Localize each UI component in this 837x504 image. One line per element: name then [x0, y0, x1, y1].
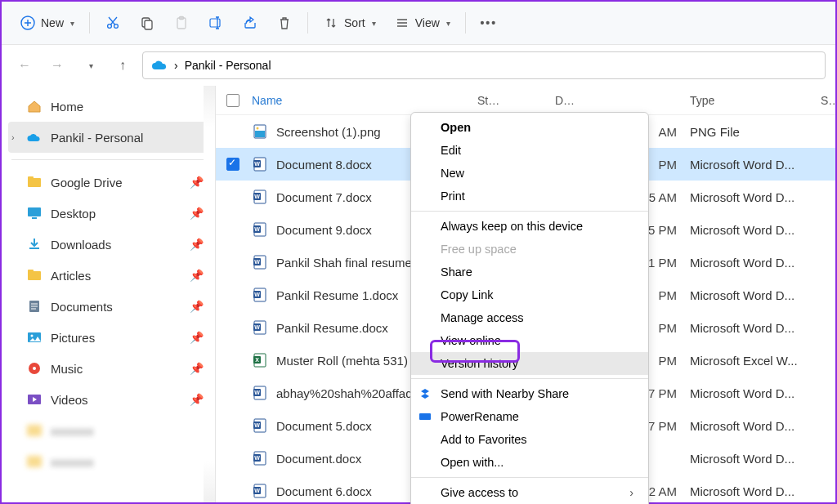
- word-file-icon: W: [252, 385, 268, 401]
- ctx-manage-access[interactable]: Manage access: [411, 306, 648, 329]
- sidebar-item-label: Articles: [51, 269, 91, 283]
- ctx-view-online[interactable]: View online: [411, 329, 648, 352]
- ctx-copy-link[interactable]: Copy Link: [411, 283, 648, 306]
- type-cell: Microsoft Excel W...: [690, 354, 821, 368]
- chevron-down-icon: ▾: [89, 61, 93, 70]
- svg-point-1: [108, 25, 112, 29]
- forward-button[interactable]: →: [44, 52, 70, 78]
- context-menu: Open Edit New Print Always keep on this …: [410, 112, 649, 504]
- chevron-down-icon: ▾: [372, 19, 376, 28]
- col-name[interactable]: Name: [250, 94, 477, 107]
- svg-text:W: W: [254, 455, 260, 461]
- view-label: View: [415, 16, 440, 29]
- divider: [11, 159, 205, 160]
- ctx-always-keep[interactable]: Always keep on this device: [411, 215, 648, 238]
- folder-icon: [26, 174, 43, 190]
- rename-icon: [208, 15, 224, 31]
- file-name: Pankil Resume.docx: [276, 321, 388, 335]
- col-type[interactable]: Type: [690, 94, 821, 107]
- address-bar[interactable]: › Pankil - Personal: [142, 51, 826, 79]
- cut-button[interactable]: [96, 10, 129, 36]
- file-name: Muster Roll (mehta 531) .: [276, 354, 414, 368]
- col-status[interactable]: St…: [477, 94, 555, 107]
- scrollbar[interactable]: [204, 86, 215, 502]
- new-button[interactable]: New ▾: [11, 10, 83, 36]
- copy-button[interactable]: [131, 10, 163, 36]
- sort-label: Sort: [344, 16, 365, 29]
- col-size[interactable]: S…: [821, 94, 835, 107]
- ctx-share[interactable]: Share: [411, 261, 648, 283]
- more-button[interactable]: •••: [472, 10, 505, 36]
- sort-button[interactable]: Sort ▾: [315, 10, 384, 36]
- back-button[interactable]: ←: [11, 52, 38, 78]
- sidebar-item-desktop[interactable]: Desktop📌: [8, 198, 208, 229]
- chevron-right-icon[interactable]: ›: [11, 132, 15, 142]
- svg-rect-58: [419, 413, 431, 420]
- new-label: New: [41, 16, 64, 29]
- view-button[interactable]: View ▾: [386, 10, 459, 36]
- png-file-icon: [252, 123, 268, 140]
- ctx-new[interactable]: New: [411, 162, 648, 185]
- separator: [465, 12, 466, 33]
- svg-point-16: [31, 335, 34, 337]
- sidebar-item-google-drive[interactable]: Google Drive📌: [8, 167, 208, 198]
- pin-icon: 📌: [190, 300, 204, 313]
- sort-icon: [323, 15, 339, 31]
- type-cell: Microsoft Word D...: [690, 256, 821, 270]
- paste-button[interactable]: [165, 10, 198, 36]
- type-cell: Microsoft Word D...: [690, 386, 821, 400]
- sidebar-item-pictures[interactable]: Pictures📌: [8, 322, 208, 353]
- share-button[interactable]: [234, 10, 266, 36]
- ctx-print[interactable]: Print: [411, 185, 648, 207]
- delete-button[interactable]: [268, 10, 301, 36]
- sidebar-personal[interactable]: › Pankil - Personal: [8, 122, 208, 153]
- sidebar-item-label: Google Drive: [51, 176, 123, 190]
- type-cell: Microsoft Word D...: [690, 452, 821, 466]
- file-name: Document.docx: [276, 452, 361, 466]
- ctx-open-with[interactable]: Open with...: [411, 451, 648, 474]
- word-file-icon: W: [252, 156, 268, 172]
- picture-icon: [26, 329, 43, 346]
- file-name: Document 7.docx: [276, 190, 372, 204]
- separator: [411, 378, 648, 379]
- svg-point-24: [257, 127, 259, 130]
- ctx-give-access[interactable]: Give access to›: [411, 481, 648, 504]
- type-cell: Microsoft Word D...: [690, 223, 821, 237]
- svg-text:W: W: [254, 422, 260, 428]
- svg-text:W: W: [254, 259, 260, 265]
- recent-button[interactable]: ▾: [77, 52, 103, 78]
- sidebar-item-label: Home: [51, 100, 83, 114]
- ctx-edit[interactable]: Edit: [411, 139, 648, 162]
- ctx-add-favorites[interactable]: Add to Favorites: [411, 428, 648, 451]
- sidebar-item-blurred: xxxxxxx: [8, 446, 208, 477]
- sidebar-item-music[interactable]: Music📌: [8, 353, 208, 384]
- paste-icon: [173, 15, 190, 31]
- select-all-checkbox[interactable]: [216, 94, 250, 107]
- svg-text:W: W: [254, 226, 260, 232]
- row-checkbox[interactable]: [216, 158, 250, 171]
- file-name: Document 5.docx: [276, 419, 372, 433]
- rename-button[interactable]: [199, 10, 232, 36]
- svg-point-2: [114, 25, 119, 29]
- svg-text:W: W: [254, 390, 260, 395]
- sidebar-item-documents[interactable]: Documents📌: [8, 291, 208, 322]
- up-button[interactable]: ↑: [110, 52, 136, 78]
- sidebar-item-downloads[interactable]: Downloads📌: [8, 229, 208, 260]
- col-date[interactable]: D…: [555, 94, 690, 107]
- sidebar-item-videos[interactable]: Videos📌: [8, 384, 208, 415]
- file-name: Document 9.docx: [276, 223, 372, 237]
- ctx-nearby-share[interactable]: Send with Nearby Share: [411, 382, 648, 405]
- sidebar-item-articles[interactable]: Articles📌: [8, 260, 208, 291]
- sidebar-home[interactable]: Home: [8, 91, 208, 122]
- word-file-icon: W: [252, 483, 268, 499]
- sidebar-item-label: Documents: [51, 300, 113, 314]
- svg-rect-13: [28, 270, 34, 273]
- ctx-powerrename[interactable]: PowerRename: [411, 405, 648, 428]
- breadcrumb-sep: ›: [174, 59, 178, 72]
- svg-text:W: W: [254, 488, 260, 493]
- word-file-icon: W: [252, 189, 268, 205]
- ctx-version-history[interactable]: Version history: [411, 352, 648, 375]
- type-cell: Microsoft Word D...: [690, 419, 821, 433]
- ctx-open[interactable]: Open: [411, 116, 648, 139]
- file-name: Pankil Shah final resume.d: [276, 256, 422, 270]
